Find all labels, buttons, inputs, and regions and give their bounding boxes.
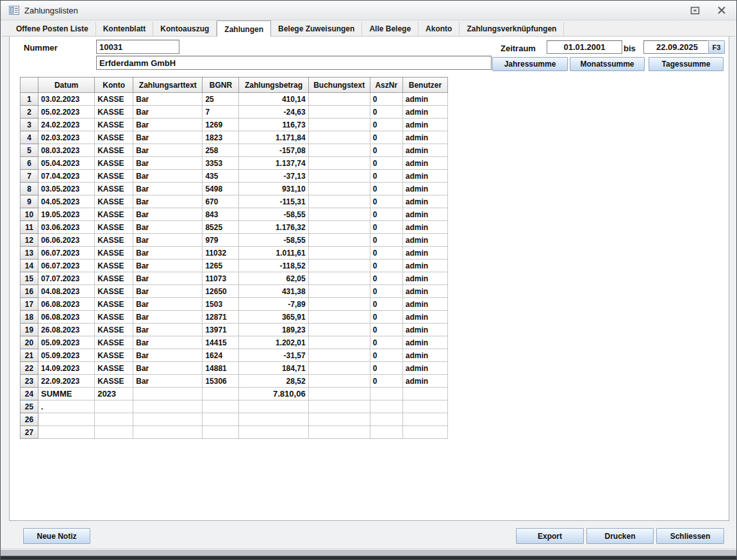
buchungstext-cell	[308, 311, 370, 324]
nummer-input[interactable]	[96, 40, 179, 54]
datum-cell: 04.05.2023	[38, 195, 95, 208]
export-button[interactable]: Export	[516, 528, 584, 544]
zahlungsarttext-cell: Bar	[133, 298, 203, 311]
payment-row[interactable]: 1406.07.2023KASSEBar1265-118,520admin	[21, 259, 448, 272]
monatssumme-button[interactable]: Monatssumme	[570, 57, 645, 71]
col-header-zahlungsarttext: Zahlungsarttext	[133, 78, 203, 93]
grand-sum-amount: 7.810,06	[239, 426, 308, 439]
buchungstext-cell	[308, 157, 370, 170]
payment-row[interactable]: 1806.08.2023KASSEBar12871365,910admin	[21, 311, 448, 324]
payment-row[interactable]: 402.03.2023KASSEBar18231.171,840admin	[21, 131, 448, 144]
table-header-row: Datum Konto Zahlungsarttext BGNR Zahlung…	[21, 78, 448, 93]
tab-kontoauszug[interactable]: Kontoauszug	[153, 22, 217, 36]
konto-cell: KASSE	[95, 106, 133, 119]
row-number: 23	[21, 375, 38, 388]
year-sum-row[interactable]: 24 SUMME 2023 7.810,06	[21, 388, 448, 400]
payment-row[interactable]: 1926.08.2023KASSEBar13971189,230admin	[21, 324, 448, 336]
date-from-input[interactable]	[547, 40, 622, 54]
dot-row[interactable]: 25 .	[21, 400, 448, 413]
close-window-icon[interactable]	[716, 5, 727, 15]
payment-row[interactable]: 205.02.2023KASSEBar7-24,630admin	[21, 106, 448, 119]
zahlungsbetrag-cell: 431,38	[239, 285, 308, 298]
row-number: 17	[21, 298, 38, 311]
zahlungsbetrag-cell: 1.176,32	[239, 221, 308, 234]
buchungstext-cell	[308, 183, 370, 195]
zahlungsarttext-cell: Bar	[133, 234, 203, 247]
tab-offene-posten-liste[interactable]: Offene Posten Liste	[9, 22, 96, 36]
payment-row[interactable]: 324.02.2023KASSEBar1269116,730admin	[21, 119, 448, 131]
tab-belege-zuweisungen[interactable]: Belege Zuweisungen	[271, 22, 362, 36]
payment-row[interactable]: 508.03.2023KASSEBar258-157,080admin	[21, 144, 448, 157]
datum-cell: 07.04.2023	[38, 170, 95, 183]
konto-cell: KASSE	[95, 349, 133, 362]
buchungstext-cell	[308, 195, 370, 208]
datum-cell: 19.05.2023	[38, 208, 95, 221]
asznr-cell: 0	[370, 183, 402, 195]
payment-row[interactable]: 2214.09.2023KASSEBar14881184,710admin	[21, 362, 448, 375]
jahressumme-button[interactable]: Jahressumme	[492, 57, 568, 71]
zahlungsarttext-cell: Bar	[133, 259, 203, 272]
payment-row[interactable]: 605.04.2023KASSEBar33531.137,740admin	[21, 157, 448, 170]
asznr-cell: 0	[370, 208, 402, 221]
tab-zahlungsverknuepfungen[interactable]: Zahlungsverknüpfungen	[460, 22, 564, 36]
drucken-button[interactable]: Drucken	[586, 528, 654, 544]
benutzer-cell: admin	[402, 106, 447, 119]
empty-row[interactable]: 26	[21, 413, 448, 426]
f3-button[interactable]: F3	[708, 40, 725, 54]
benutzer-cell: admin	[402, 157, 447, 170]
konto-cell: KASSE	[95, 362, 133, 375]
zahlungsbetrag-cell: -115,31	[239, 195, 308, 208]
tab-zahlungen[interactable]: Zahlungen	[217, 21, 271, 37]
payment-row[interactable]: 1206.06.2023KASSEBar979-58,550admin	[21, 234, 448, 247]
zahlungsarttext-cell: Bar	[133, 157, 203, 170]
payment-row[interactable]: 1019.05.2023KASSEBar843-58,550admin	[21, 208, 448, 221]
schliessen-button[interactable]: Schliessen	[656, 528, 724, 544]
zahlungsarttext-cell: Bar	[133, 170, 203, 183]
payment-row[interactable]: 2005.09.2023KASSEBar144151.202,010admin	[21, 336, 448, 349]
tab-akonto[interactable]: Akonto	[418, 22, 460, 36]
zahlungsbetrag-cell: -7,89	[239, 298, 308, 311]
tab-alle-belege[interactable]: Alle Belege	[362, 22, 418, 36]
grand-sum-label: SUMME:	[203, 426, 239, 439]
zahlungsbetrag-cell: -31,57	[239, 349, 308, 362]
payment-row[interactable]: 2322.09.2023KASSEBar1530628,520admin	[21, 375, 448, 388]
asznr-cell: 0	[370, 298, 402, 311]
tab-kontenblatt[interactable]: Kontenblatt	[96, 22, 154, 36]
zeitraum-label: Zeitraum	[501, 44, 536, 53]
payment-row[interactable]: 707.04.2023KASSEBar435-37,130admin	[21, 170, 448, 183]
zahlungsbetrag-cell: 410,14	[239, 93, 308, 106]
date-to-input[interactable]	[643, 40, 711, 54]
payment-row[interactable]: 803.05.2023KASSEBar5498931,100admin	[21, 183, 448, 195]
payment-row[interactable]: 103.02.2023KASSEBar25410,140admin	[21, 93, 448, 106]
col-header-bgnr: BGNR	[203, 78, 239, 93]
restore-window-icon[interactable]	[689, 5, 700, 15]
payment-row[interactable]: 1706.08.2023KASSEBar1503-7,890admin	[21, 298, 448, 311]
payment-row[interactable]: 904.05.2023KASSEBar670-115,310admin	[21, 195, 448, 208]
buchungstext-cell	[308, 234, 370, 247]
payment-row[interactable]: 2105.09.2023KASSEBar1624-31,570admin	[21, 349, 448, 362]
col-header-konto: Konto	[95, 78, 133, 93]
bgnr-cell: 14415	[203, 336, 239, 349]
asznr-cell: 0	[370, 247, 402, 259]
neue-notiz-button[interactable]: Neue Notiz	[23, 528, 90, 544]
asznr-cell: 0	[370, 311, 402, 324]
benutzer-cell: admin	[402, 375, 447, 388]
payments-table[interactable]: Datum Konto Zahlungsarttext BGNR Zahlung…	[20, 77, 448, 439]
kunde-name-input[interactable]	[96, 56, 492, 70]
tagessumme-button[interactable]: Tagessumme	[649, 57, 724, 71]
benutzer-cell: admin	[402, 336, 447, 349]
zahlungsarttext-cell: Bar	[133, 93, 203, 106]
datum-cell: 05.02.2023	[38, 106, 95, 119]
payment-row[interactable]: 1103.06.2023KASSEBar85251.176,320admin	[21, 221, 448, 234]
konto-cell: KASSE	[95, 272, 133, 285]
zahlungsarttext-cell: Bar	[133, 221, 203, 234]
grand-sum-row-selected[interactable]: 27 SUMME: 7.810,06	[21, 426, 448, 439]
payment-row[interactable]: 1604.08.2023KASSEBar12650431,380admin	[21, 285, 448, 298]
payment-row[interactable]: 1306.07.2023KASSEBar110321.011,610admin	[21, 247, 448, 259]
zahlungsarttext-cell: Bar	[133, 195, 203, 208]
konto-cell: KASSE	[95, 298, 133, 311]
zahlungsbetrag-cell: 62,05	[239, 272, 308, 285]
payment-row[interactable]: 1507.07.2023KASSEBar1107362,050admin	[21, 272, 448, 285]
zahlungsbetrag-cell: -118,52	[239, 259, 308, 272]
col-header-asznr: AszNr	[370, 78, 402, 93]
